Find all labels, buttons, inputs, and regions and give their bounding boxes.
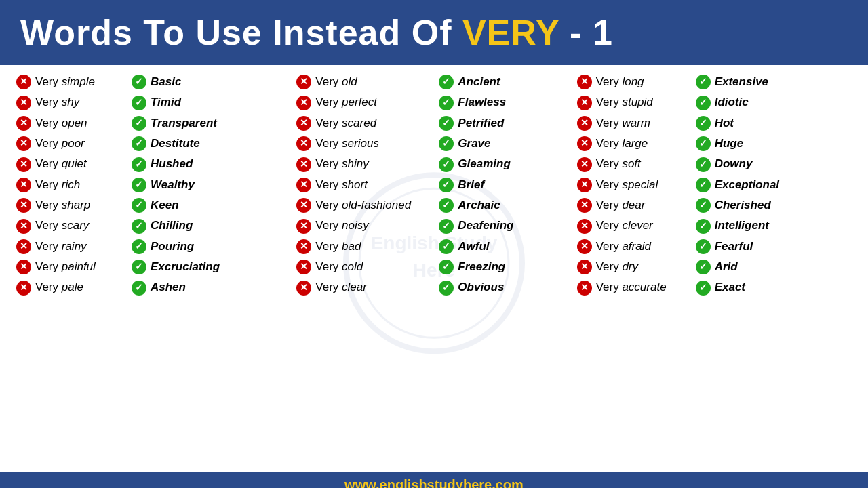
right-icon (132, 136, 146, 151)
right-icon (696, 178, 711, 192)
list-item: Freezing (439, 258, 542, 276)
list-item: Very perfect (296, 94, 433, 111)
list-item: Grave (439, 135, 542, 152)
wrong-icon (296, 219, 311, 234)
wrong-icon (16, 178, 31, 192)
wrong-icon (577, 198, 592, 213)
right-word: Obvious (458, 279, 504, 296)
right-word: Hushed (151, 155, 193, 173)
right-word: Petrified (458, 115, 504, 132)
right-icon (696, 116, 711, 131)
right-col-1: BasicTimidTransparentDestituteHushedWeal… (129, 73, 234, 466)
wrong-word: Very short (315, 176, 368, 194)
header: Words To Use Instead Of VERY - 1 (0, 0, 868, 65)
footer: www.englishstudyhere.com (0, 472, 868, 488)
right-icon (439, 75, 454, 89)
list-item: Excruciating (132, 258, 231, 276)
list-item: Very scared (296, 115, 433, 132)
right-icon (439, 136, 454, 151)
wrong-word: Very shy (35, 94, 79, 111)
list-item: Very quiet (16, 155, 126, 173)
list-item: Very old (296, 73, 433, 91)
list-item: Very shiny (296, 155, 433, 173)
wrong-icon (16, 157, 31, 172)
right-icon (132, 219, 146, 234)
list-item: Very stupid (577, 94, 690, 111)
list-item: Basic (132, 73, 231, 91)
list-item: Very warm (577, 115, 690, 132)
wrong-icon (296, 198, 311, 213)
wrong-word: Very shiny (315, 155, 368, 173)
wrong-icon (16, 136, 31, 151)
wrong-word: Very clear (315, 279, 367, 296)
right-word: Gleaming (458, 155, 510, 173)
wrong-col-3: Very longVery stupidVery warmVery largeV… (574, 73, 693, 466)
right-icon (696, 260, 711, 274)
right-icon (696, 75, 711, 89)
right-word: Intelligent (715, 217, 769, 235)
right-icon (132, 178, 146, 192)
title-yellow: VERY (462, 13, 559, 52)
wrong-word: Very old-fashioned (315, 197, 411, 214)
wrong-icon (577, 96, 592, 110)
right-icon (132, 75, 146, 89)
column-group-1: Very simpleVery shyVery openVery poorVer… (14, 73, 294, 466)
wrong-icon (296, 281, 311, 296)
wrong-col-2: Very oldVery perfectVery scaredVery seri… (294, 73, 436, 466)
wrong-icon (577, 157, 592, 172)
footer-url: www.englishstudyhere.com (344, 477, 524, 488)
list-item: Very old-fashioned (296, 197, 433, 214)
list-item: Intelligent (696, 217, 799, 235)
right-word: Wealthy (151, 176, 195, 194)
list-item: Very dry (577, 258, 690, 276)
right-word: Downy (715, 155, 753, 173)
list-item: Fearful (696, 238, 799, 256)
right-icon (439, 239, 454, 254)
right-word: Ashen (151, 279, 186, 296)
list-item: Very special (577, 176, 690, 194)
title-white: Words To Use Instead Of (20, 13, 462, 52)
wrong-word: Very painful (35, 258, 96, 276)
list-item: Hushed (132, 155, 231, 173)
right-icon (132, 281, 146, 296)
list-item: Arid (696, 258, 799, 276)
list-item: Very dear (577, 197, 690, 214)
right-icon (439, 116, 454, 131)
wrong-word: Very cold (315, 258, 363, 276)
wrong-word: Very large (596, 135, 648, 152)
wrong-icon (577, 116, 592, 131)
list-item: Very bad (296, 238, 433, 256)
list-item: Cherished (696, 197, 799, 214)
list-item: Very afraid (577, 238, 690, 256)
right-word: Hot (715, 115, 734, 132)
right-icon (132, 116, 146, 131)
wrong-word: Very noisy (315, 217, 368, 235)
wrong-word: Very scared (315, 115, 376, 132)
wrong-icon (16, 198, 31, 213)
wrong-icon (296, 96, 311, 110)
wrong-icon (16, 239, 31, 254)
wrong-word: Very pale (35, 279, 83, 296)
right-word: Freezing (458, 258, 505, 276)
list-item: Idiotic (696, 94, 799, 111)
right-icon (439, 198, 454, 213)
right-icon (439, 281, 454, 296)
list-item: Destitute (132, 135, 231, 152)
right-word: Flawless (458, 94, 506, 111)
right-icon (696, 157, 711, 172)
wrong-icon (16, 219, 31, 234)
right-icon (132, 260, 146, 274)
list-item: Ancient (439, 73, 542, 91)
list-item: Ashen (132, 279, 231, 296)
list-item: Very large (577, 135, 690, 152)
list-item: Very shy (16, 94, 126, 111)
right-word: Pouring (151, 238, 194, 256)
wrong-icon (296, 239, 311, 254)
wrong-icon (577, 260, 592, 274)
right-icon (132, 239, 146, 254)
list-item: Very rainy (16, 238, 126, 256)
list-item: Transparent (132, 115, 231, 132)
list-item: Huge (696, 135, 799, 152)
right-col-2: AncientFlawlessPetrifiedGraveGleamingBri… (436, 73, 545, 466)
wrong-word: Very dry (596, 258, 638, 276)
